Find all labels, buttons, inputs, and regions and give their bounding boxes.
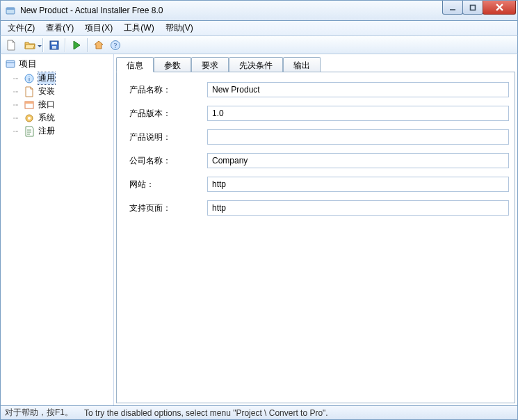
open-file-button[interactable]: [20, 38, 40, 53]
menu-bar: 文件(Z) 查看(Y) 项目(X) 工具(W) 帮助(V): [0, 21, 518, 36]
product-desc-input[interactable]: [207, 129, 509, 145]
tree-item-install[interactable]: ┈ 安装: [3, 85, 113, 98]
menu-file[interactable]: 文件(Z): [2, 21, 40, 35]
svg-rect-7: [51, 42, 57, 45]
menu-tools[interactable]: 工具(W): [118, 21, 159, 35]
svg-text:?: ?: [114, 42, 118, 49]
tab-params[interactable]: 参数: [154, 57, 191, 72]
tree-item-label: 安装: [38, 86, 55, 97]
status-help-text: 对于帮助，按F1。: [5, 407, 73, 419]
home-button[interactable]: [91, 38, 106, 53]
status-note-text: To try the disabled options, select menu…: [84, 408, 328, 418]
run-button[interactable]: [69, 38, 84, 53]
tree-connector-icon: ┈: [13, 87, 20, 97]
window-icon: [24, 99, 35, 111]
tab-prereq[interactable]: 先决条件: [229, 57, 283, 72]
product-name-input[interactable]: [207, 82, 509, 97]
company-input[interactable]: [207, 153, 509, 168]
svg-point-17: [28, 117, 31, 120]
sidebar-title: 项目: [3, 56, 113, 72]
info-icon: i: [24, 73, 35, 84]
new-file-button[interactable]: [3, 38, 19, 53]
tree-item-general[interactable]: ┈ i 通用: [3, 72, 113, 85]
play-icon: [71, 40, 82, 51]
product-version-label: 产品版本：: [129, 108, 207, 120]
tab-strip: 信息 参数 要求 先决条件 输出: [116, 56, 517, 72]
file-icon: [24, 86, 35, 97]
tab-info[interactable]: 信息: [116, 57, 154, 72]
sidebar-title-label: 项目: [19, 58, 37, 70]
home-icon: [93, 40, 104, 51]
gear-icon: [24, 113, 35, 124]
toolbar: ?: [0, 36, 518, 54]
app-icon: [5, 5, 16, 16]
product-version-input[interactable]: [207, 106, 509, 121]
svg-rect-11: [6, 60, 15, 67]
window-title: New Product - Actual Installer Free 8.0: [20, 6, 163, 15]
new-file-icon: [6, 40, 17, 51]
svg-rect-8: [52, 46, 56, 49]
svg-text:i: i: [29, 76, 30, 83]
tree-connector-icon: ┈: [13, 113, 20, 123]
note-icon: [24, 126, 35, 137]
menu-help[interactable]: 帮助(V): [160, 21, 199, 35]
status-bar: 对于帮助，按F1。 To try the disabled options, s…: [0, 405, 518, 420]
help-button[interactable]: ?: [108, 38, 123, 53]
product-desc-label: 产品说明：: [129, 131, 207, 143]
tab-requirements[interactable]: 要求: [191, 57, 229, 72]
support-label: 支持页面：: [129, 202, 207, 214]
tree-item-system[interactable]: ┈ 系统: [3, 111, 113, 124]
company-label: 公司名称：: [129, 155, 207, 167]
info-panel: 产品名称： 产品版本： 产品说明： 公司名称： 网站： 支持页面：: [116, 72, 515, 403]
tree-connector-icon: ┈: [13, 100, 20, 110]
menu-project[interactable]: 项目(X): [79, 21, 118, 35]
svg-rect-1: [6, 8, 15, 10]
website-input[interactable]: [207, 177, 509, 192]
toolbar-separator: [42, 38, 44, 52]
toolbar-separator: [65, 38, 66, 52]
svg-rect-3: [471, 5, 476, 10]
minimize-button[interactable]: [442, 1, 463, 15]
tree-connector-icon: ┈: [13, 74, 20, 83]
save-icon: [49, 40, 60, 51]
close-button[interactable]: [483, 1, 516, 15]
sidebar: 项目 ┈ i 通用 ┈ 安装 ┈ 接口 ┈ 系统 ┈ 注册: [1, 54, 114, 405]
tab-output[interactable]: 输出: [283, 57, 321, 72]
tree-item-label: 注册: [38, 125, 55, 137]
product-name-label: 产品名称：: [129, 84, 207, 96]
tree-item-label: 通用: [38, 72, 55, 84]
dropdown-arrow-icon: [38, 45, 42, 47]
website-label: 网站：: [129, 179, 207, 191]
tree-item-interface[interactable]: ┈ 接口: [3, 98, 113, 111]
open-folder-icon: [24, 40, 35, 51]
project-icon: [5, 58, 16, 70]
support-input[interactable]: [207, 200, 509, 216]
tree-item-register[interactable]: ┈ 注册: [3, 124, 113, 138]
window-buttons: [443, 1, 516, 15]
svg-rect-15: [25, 102, 33, 104]
tree-connector-icon: ┈: [13, 127, 20, 136]
title-bar: New Product - Actual Installer Free 8.0: [0, 0, 518, 21]
help-icon: ?: [110, 40, 121, 51]
toolbar-separator: [87, 38, 88, 52]
menu-view[interactable]: 查看(Y): [40, 21, 79, 35]
client-area: 项目 ┈ i 通用 ┈ 安装 ┈ 接口 ┈ 系统 ┈ 注册: [0, 54, 518, 405]
tree-item-label: 系统: [38, 112, 55, 124]
tree-item-label: 接口: [38, 99, 55, 111]
maximize-button[interactable]: [462, 1, 483, 15]
save-button[interactable]: [47, 38, 62, 53]
main-panel: 信息 参数 要求 先决条件 输出 产品名称： 产品版本： 产品说明： 公司名称：: [114, 54, 517, 405]
